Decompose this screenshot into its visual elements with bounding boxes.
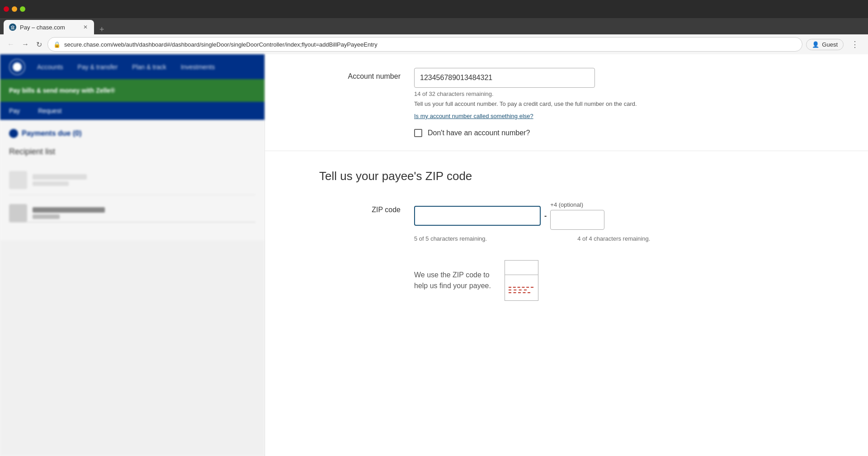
browser-menu-button[interactable]: ⋮ (847, 38, 863, 51)
left-panel: Accounts Pay & transfer Plan & track Inv… (0, 54, 264, 456)
account-number-controls: 14 of 32 characters remaining. Tell us y… (414, 68, 832, 120)
no-account-number-checkbox[interactable] (414, 129, 422, 137)
payments-section: Payments due (0) Recipient list (0, 120, 264, 240)
recipient-section-title: Recipient list (9, 147, 255, 157)
sub-nav: Pay Request (0, 102, 264, 120)
tab-favicon: 🏦 (9, 24, 16, 31)
nav-plan-track[interactable]: Plan & track (126, 63, 172, 71)
recipient-item-2[interactable] (9, 204, 255, 223)
recipient-avatar-2 (9, 204, 27, 222)
account-helper-text: Tell us your full account number. To pay… (414, 100, 832, 108)
zip-plus4-input[interactable] (550, 210, 604, 230)
recipient-info-2 (33, 207, 255, 219)
payments-title: Payments due (0) (22, 129, 81, 138)
close-window-btn[interactable] (4, 6, 9, 12)
active-tab[interactable]: 🏦 Pay – chase.com ✕ (4, 20, 94, 34)
envelope-graphic (505, 260, 538, 301)
chase-nav: Accounts Pay & transfer Plan & track Inv… (0, 54, 264, 79)
user-icon: 👤 (812, 41, 819, 48)
zip-code-input[interactable] (414, 206, 541, 226)
right-panel: Account number 14 of 32 characters remai… (264, 54, 868, 456)
account-number-help-link[interactable]: Is my account number called something el… (414, 113, 533, 119)
recipient-section: Recipient list (9, 147, 255, 222)
zip-chars-remaining: 5 of 5 characters remaining. (414, 235, 487, 242)
account-number-section: Account number 14 of 32 characters remai… (265, 54, 868, 151)
address-bar[interactable]: 🔒 secure.chase.com/web/auth/dashboard#/d… (47, 37, 802, 52)
page-content: Accounts Pay & transfer Plan & track Inv… (0, 54, 868, 456)
pay-subtab[interactable]: Pay (0, 102, 29, 120)
recipient-item[interactable] (9, 166, 255, 195)
address-bar-row: ← → ↻ 🔒 secure.chase.com/web/auth/dashbo… (0, 34, 868, 54)
nav-investments[interactable]: Investments (175, 63, 221, 71)
tab-close-btn[interactable]: ✕ (82, 23, 89, 31)
request-subtab[interactable]: Request (29, 102, 71, 120)
envelope-line-3 (509, 292, 530, 293)
maximize-window-btn[interactable] (20, 6, 25, 12)
window-controls (4, 6, 25, 12)
minimize-window-btn[interactable] (12, 6, 17, 12)
zip-separator: - (544, 212, 547, 220)
account-number-input[interactable] (414, 68, 595, 88)
envelope-body (505, 275, 538, 301)
tab-bar: 🏦 Pay – chase.com ✕ + (0, 18, 868, 34)
promo-text: Pay bills & send money with Zelle® (9, 87, 115, 94)
title-bar (0, 0, 868, 18)
payments-header: Payments due (0) (9, 129, 255, 138)
zip-code-label: ZIP code (319, 201, 401, 214)
envelope-line-1 (509, 286, 533, 288)
zip-form-row: ZIP code - +4 (optional) 5 of 5 characte… (319, 201, 832, 242)
promo-banner: Pay bills & send money with Zelle® (0, 79, 264, 102)
chase-logo (9, 59, 25, 75)
zip-input-group: - +4 (optional) (414, 201, 650, 230)
zip-info-text: We use the ZIP code to help us find your… (414, 270, 491, 291)
zip-optional-label: +4 (optional) (550, 201, 583, 208)
nav-pay-transfer[interactable]: Pay & transfer (71, 63, 124, 71)
zip-section-title: Tell us your payee's ZIP code (319, 169, 832, 183)
recipient-detail (33, 181, 69, 186)
reload-button[interactable]: ↻ (34, 38, 44, 51)
nav-accounts[interactable]: Accounts (31, 63, 70, 71)
zip-info-area: We use the ZIP code to help us find your… (319, 260, 832, 301)
zip-chars-row: 5 of 5 characters remaining. 4 of 4 char… (414, 233, 650, 242)
envelope-lines (509, 286, 534, 293)
recipient-name (33, 174, 87, 180)
new-tab-button[interactable]: + (96, 25, 108, 34)
recipient-avatar (9, 171, 27, 189)
browser-chrome: 🏦 Pay – chase.com ✕ + ← → ↻ 🔒 secure.cha… (0, 0, 868, 54)
no-account-number-row: Don't have an account number? (319, 129, 832, 137)
envelope-line-2 (509, 289, 527, 290)
user-account-button[interactable]: 👤 Guest (806, 39, 844, 50)
account-number-row: Account number 14 of 32 characters remai… (319, 68, 832, 120)
url-text: secure.chase.com/web/auth/dashboard#/das… (64, 41, 797, 48)
payments-indicator (9, 129, 18, 138)
no-account-number-label: Don't have an account number? (428, 129, 530, 137)
zip-section-wrapper: Tell us your payee's ZIP code ZIP code -… (265, 169, 868, 314)
zip-optional-group: +4 (optional) (550, 201, 604, 230)
user-label: Guest (822, 41, 838, 48)
account-chars-remaining: 14 of 32 characters remaining. (414, 90, 832, 97)
back-button[interactable]: ← (5, 38, 16, 50)
zip-input-area: - +4 (optional) 5 of 5 characters remain… (414, 201, 650, 242)
forward-button[interactable]: → (20, 38, 31, 50)
tab-title: Pay – chase.com (20, 24, 79, 31)
envelope-illustration (505, 260, 538, 301)
zip-code-section: Tell us your payee's ZIP code ZIP code -… (265, 151, 868, 314)
account-number-label: Account number (319, 68, 401, 81)
recipient-info (33, 174, 255, 186)
security-icon: 🔒 (53, 41, 61, 48)
zip-optional-chars-remaining: 4 of 4 characters remaining. (577, 235, 650, 242)
